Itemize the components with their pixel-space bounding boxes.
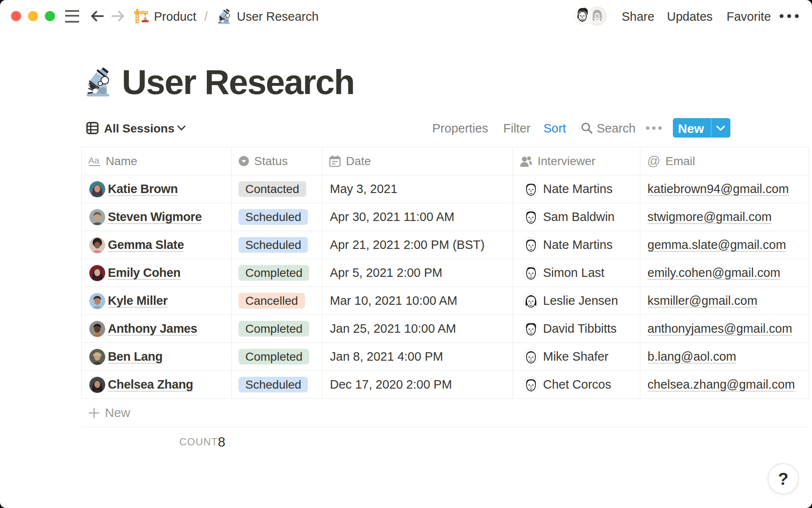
svg-text:Aa: Aa <box>88 156 99 165</box>
